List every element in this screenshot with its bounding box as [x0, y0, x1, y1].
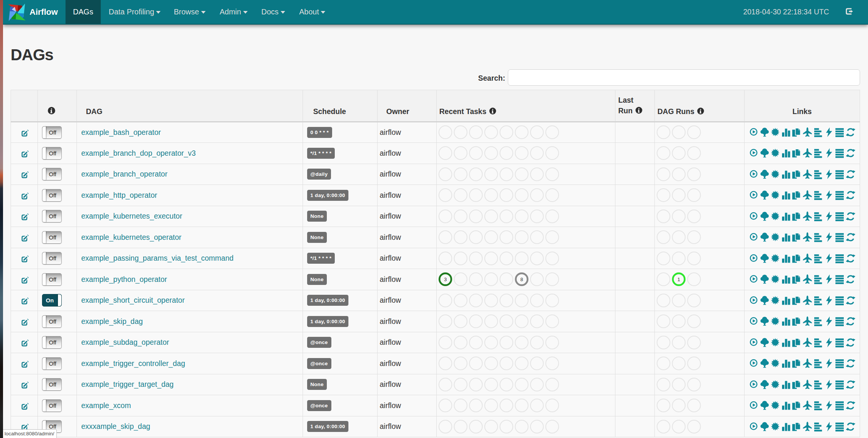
svg-text:1: 1	[678, 277, 680, 282]
svg-text:3: 3	[444, 277, 446, 282]
svg-text:8: 8	[520, 277, 523, 282]
